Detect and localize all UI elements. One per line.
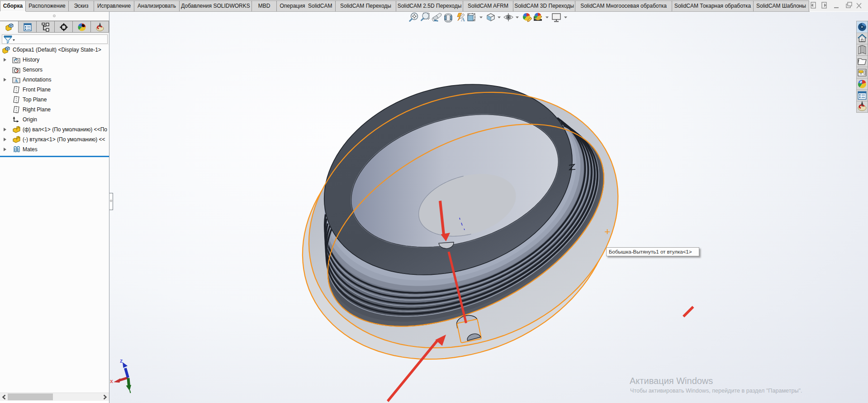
svg-text:A: A (14, 78, 18, 83)
svg-text:x: x (110, 378, 113, 384)
svg-text:z: z (120, 358, 123, 364)
svg-text:A: A (461, 16, 465, 23)
